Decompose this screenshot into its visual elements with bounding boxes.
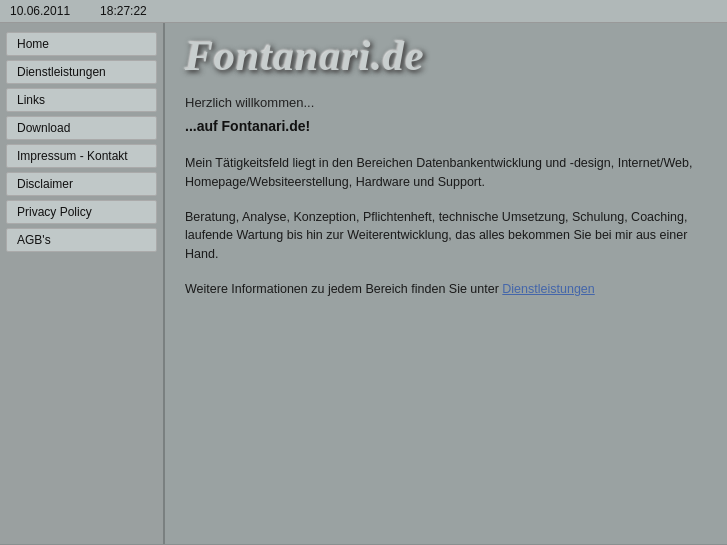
- main-layout: Home Dienstleistungen Links Download Imp…: [0, 23, 727, 544]
- tagline: ...auf Fontanari.de!: [185, 118, 707, 134]
- top-bar: 10.06.2011 18:27:22: [0, 0, 727, 23]
- sidebar-item-privacy[interactable]: Privacy Policy: [6, 200, 157, 224]
- sidebar-item-agbs[interactable]: AGB's: [6, 228, 157, 252]
- sidebar: Home Dienstleistungen Links Download Imp…: [0, 23, 165, 544]
- sidebar-item-dienstleistungen[interactable]: Dienstleistungen: [6, 60, 157, 84]
- sidebar-item-links[interactable]: Links: [6, 88, 157, 112]
- paragraph-2: Beratung, Analyse, Konzeption, Pflichten…: [185, 208, 707, 264]
- paragraph-1: Mein Tätigkeitsfeld liegt in den Bereich…: [185, 154, 707, 192]
- time-display: 18:27:22: [100, 4, 147, 18]
- sidebar-item-download[interactable]: Download: [6, 116, 157, 140]
- sidebar-item-impressum[interactable]: Impressum - Kontakt: [6, 144, 157, 168]
- sidebar-item-home[interactable]: Home: [6, 32, 157, 56]
- content-area: Fontanari.de Herzlich willkommen... ...a…: [165, 23, 727, 544]
- paragraph-3: Weitere Informationen zu jedem Bereich f…: [185, 280, 707, 299]
- date-display: 10.06.2011: [10, 4, 70, 18]
- welcome-text: Herzlich willkommen...: [185, 95, 707, 110]
- paragraph-3-pre: Weitere Informationen zu jedem Bereich f…: [185, 282, 502, 296]
- sidebar-item-disclaimer[interactable]: Disclaimer: [6, 172, 157, 196]
- dienstleistungen-link[interactable]: Dienstleistungen: [502, 282, 594, 296]
- site-title: Fontanari.de: [185, 33, 707, 79]
